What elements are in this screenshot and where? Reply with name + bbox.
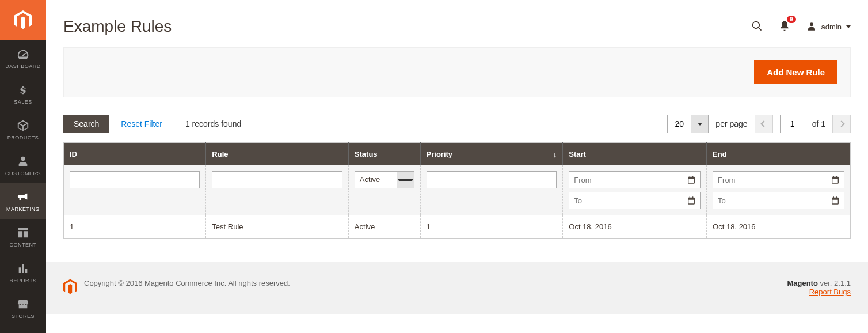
chevron-left-icon: [760, 120, 767, 127]
megaphone-icon: [17, 191, 29, 203]
action-bar: Add New Rule: [63, 47, 851, 97]
version-text: Magento ver. 2.1.1: [787, 279, 851, 287]
chevron-down-icon: [698, 123, 702, 126]
cell-rule: Test Rule: [206, 215, 348, 239]
cell-start: Oct 18, 2016: [563, 215, 707, 239]
sidebar-item-content[interactable]: CONTENT: [0, 219, 46, 255]
gauge-icon: [17, 48, 29, 60]
grid-toolbar: Search Reset Filter 1 records found per …: [63, 115, 851, 133]
calendar-icon: [687, 175, 696, 184]
filter-status-dropdown-button[interactable]: [397, 172, 414, 188]
sidebar-item-dashboard[interactable]: DASHBOARD: [0, 40, 46, 76]
chevron-right-icon: [838, 120, 844, 127]
column-header-status[interactable]: Status: [348, 143, 420, 166]
filter-end-to: [713, 192, 844, 209]
cell-id: 1: [64, 215, 206, 239]
calendar-icon: [831, 175, 840, 184]
sidebar-item-stores[interactable]: STORES: [0, 290, 46, 314]
page-input[interactable]: [780, 115, 805, 133]
person-icon: [17, 155, 29, 168]
column-header-end[interactable]: End: [707, 143, 851, 166]
filter-rule-input[interactable]: [212, 171, 342, 188]
sidebar-item-label: CUSTOMERS: [5, 171, 41, 176]
footer: Copyright © 2016 Magento Commerce Inc. A…: [46, 262, 868, 314]
filter-start-to-input[interactable]: [569, 192, 683, 209]
column-header-rule[interactable]: Rule: [206, 143, 348, 166]
cell-priority: 1: [420, 215, 563, 239]
calendar-icon: [687, 196, 696, 205]
per-page-dropdown-button[interactable]: [691, 115, 708, 133]
prev-page-button[interactable]: [755, 115, 773, 133]
notifications-button[interactable]: 9: [779, 20, 790, 33]
search-button[interactable]: Search: [63, 115, 109, 133]
per-page-select[interactable]: [667, 115, 709, 133]
sidebar-item-label: PRODUCTS: [7, 135, 39, 141]
dollar-icon: [17, 84, 29, 96]
filter-start-to: [569, 192, 701, 209]
filter-status-value: Active: [355, 172, 397, 188]
user-icon: [806, 21, 817, 32]
rules-grid: ID Rule Status Priority↓ Start End Activ…: [63, 142, 851, 239]
calendar-button[interactable]: [827, 172, 844, 188]
sort-indicator-icon: ↓: [553, 150, 557, 159]
chevron-down-icon: [846, 25, 851, 28]
filter-start-from-input[interactable]: [569, 172, 683, 188]
column-header-id[interactable]: ID: [64, 143, 206, 166]
sidebar-item-marketing[interactable]: MARKETING: [0, 183, 46, 219]
filter-end-from-input[interactable]: [713, 172, 827, 188]
layout-icon: [17, 226, 29, 239]
sidebar-item-products[interactable]: PRODUCTS: [0, 112, 46, 147]
filter-id-input[interactable]: [70, 171, 200, 188]
sidebar-item-label: REPORTS: [10, 278, 37, 283]
filter-status-select[interactable]: Active: [355, 171, 414, 188]
notification-badge: 9: [787, 16, 796, 23]
filter-priority-input[interactable]: [427, 171, 557, 188]
page-of-text: of 1: [812, 119, 825, 128]
per-page-value[interactable]: [668, 115, 691, 133]
calendar-button[interactable]: [683, 192, 700, 209]
page-header: Example Rules 9 admin: [46, 0, 868, 47]
table-row[interactable]: 1 Test Rule Active 1 Oct 18, 2016 Oct 18…: [64, 215, 851, 239]
bars-icon: [17, 262, 29, 275]
user-menu[interactable]: admin: [806, 21, 851, 32]
sidebar-item-customers[interactable]: CUSTOMERS: [0, 147, 46, 183]
username: admin: [821, 22, 842, 31]
calendar-icon: [831, 196, 840, 205]
sidebar-item-label: DASHBOARD: [5, 63, 41, 69]
search-icon: [751, 20, 763, 32]
box-icon: [17, 119, 29, 132]
search-button[interactable]: [751, 20, 763, 33]
per-page-label: per page: [715, 119, 747, 128]
footer-logo: [63, 279, 77, 297]
sidebar-item-sales[interactable]: SALES: [0, 76, 46, 112]
reset-filter-link[interactable]: Reset Filter: [121, 119, 162, 128]
filter-row: Active: [64, 165, 851, 215]
logo[interactable]: [0, 0, 46, 40]
filter-end-to-input[interactable]: [713, 192, 827, 209]
magento-logo-icon: [63, 279, 77, 295]
filter-start-from: [569, 171, 701, 188]
sidebar-item-reports[interactable]: REPORTS: [0, 255, 46, 290]
filter-end-from: [713, 171, 844, 188]
cell-status: Active: [348, 215, 420, 239]
calendar-button[interactable]: [683, 172, 700, 188]
column-header-priority[interactable]: Priority↓: [420, 143, 563, 166]
chevron-down-icon: [397, 179, 414, 181]
magento-logo-icon: [14, 10, 32, 30]
storefront-icon: [17, 298, 29, 311]
cell-end: Oct 18, 2016: [707, 215, 851, 239]
sidebar-item-label: SALES: [14, 99, 32, 105]
records-found-text: 1 records found: [185, 119, 241, 128]
column-header-start[interactable]: Start: [563, 143, 707, 166]
add-new-rule-button[interactable]: Add New Rule: [754, 60, 837, 84]
pager: per page of 1: [667, 115, 851, 133]
page-title: Example Rules: [63, 17, 751, 36]
next-page-button[interactable]: [832, 115, 851, 133]
sidebar-item-label: STORES: [12, 313, 35, 315]
calendar-button[interactable]: [827, 192, 844, 209]
copyright-text: Copyright © 2016 Magento Commerce Inc. A…: [84, 279, 290, 287]
report-bugs-link[interactable]: Report Bugs: [809, 287, 851, 296]
sidebar: DASHBOARD SALES PRODUCTS CUSTOMERS MARKE…: [0, 0, 46, 314]
sidebar-item-label: MARKETING: [6, 206, 40, 212]
sidebar-item-label: CONTENT: [10, 242, 37, 248]
